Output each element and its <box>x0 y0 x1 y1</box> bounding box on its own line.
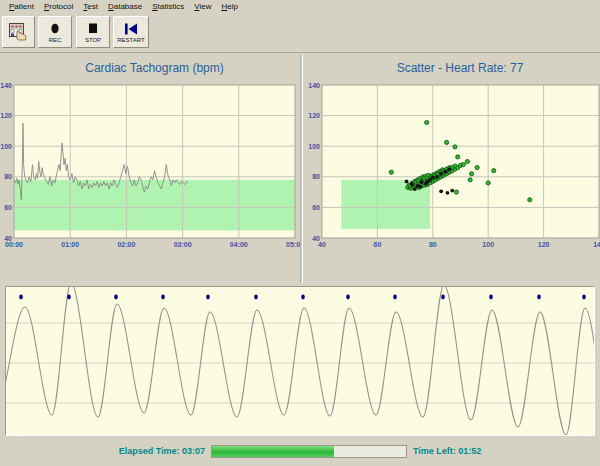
elapsed-time-label: Elapsed Time: 03:07 <box>119 446 205 456</box>
menu-item-statistics[interactable]: Statistics <box>147 2 189 11</box>
time-left-label: Time Left: 01:52 <box>413 446 481 456</box>
menu-item-patient[interactable]: Patient <box>4 2 39 11</box>
scatter-chart: 406080100120140406080100120140 <box>302 55 600 283</box>
svg-text:100: 100 <box>482 241 494 248</box>
charts-row: Cardiac Tachogram (bpm) 00:0001:0002:000… <box>0 55 600 283</box>
app-window: PatientProtocolTestDatabaseStatisticsVie… <box>0 0 600 466</box>
waveform-chart <box>6 287 594 435</box>
beat-marker-dot <box>393 295 397 300</box>
svg-text:120: 120 <box>538 241 550 248</box>
beat-marker-dot <box>489 295 493 300</box>
svg-text:80: 80 <box>429 241 437 248</box>
tachogram-chart: 00:0001:0002:0003:0004:0005:004060801001… <box>0 55 300 283</box>
beat-marker-dot <box>301 295 305 300</box>
stop-icon <box>87 21 99 37</box>
svg-text:60: 60 <box>4 204 12 211</box>
svg-text:02:00: 02:00 <box>117 241 135 248</box>
beat-marker-dot <box>67 295 71 300</box>
svg-text:120: 120 <box>0 112 12 119</box>
keypad-hand-icon <box>9 24 29 40</box>
beat-marker-dot <box>346 295 350 300</box>
svg-text:05:00: 05:00 <box>286 241 300 248</box>
menu-item-protocol[interactable]: Protocol <box>39 2 78 11</box>
menu-bar: PatientProtocolTestDatabaseStatisticsVie… <box>0 0 600 13</box>
manual-entry-button[interactable] <box>2 16 35 48</box>
status-bar: Elapsed Time: 03:07 Time Left: 01:52 <box>0 441 600 461</box>
svg-text:60: 60 <box>374 241 382 248</box>
restart-button[interactable]: RESTART <box>113 16 149 48</box>
beat-marker-dot <box>114 295 118 300</box>
beat-marker-dot <box>441 295 445 300</box>
beat-marker-dot <box>254 295 258 300</box>
menu-item-help[interactable]: Help <box>216 2 242 11</box>
menu-item-test[interactable]: Test <box>78 2 103 11</box>
rec-label: REC <box>49 37 62 44</box>
restart-label: RESTART <box>117 37 144 44</box>
record-icon <box>49 21 61 37</box>
beat-marker-dot <box>582 295 586 300</box>
rec-button[interactable]: REC <box>38 16 72 48</box>
svg-text:40: 40 <box>4 235 12 242</box>
svg-text:100: 100 <box>308 143 320 150</box>
beat-marker-dot <box>19 295 23 300</box>
svg-text:80: 80 <box>312 173 320 180</box>
svg-text:40: 40 <box>312 235 320 242</box>
beat-marker-dot <box>161 295 165 300</box>
svg-text:100: 100 <box>0 143 12 150</box>
progress-fill <box>212 446 334 457</box>
waveform-panel <box>5 286 595 436</box>
beat-marker-dot <box>206 295 210 300</box>
menu-item-view[interactable]: View <box>189 2 216 11</box>
svg-text:00:00: 00:00 <box>5 241 23 248</box>
svg-text:40: 40 <box>318 241 326 248</box>
svg-text:04:00: 04:00 <box>230 241 248 248</box>
beat-marker-dot <box>537 295 541 300</box>
svg-text:120: 120 <box>308 112 320 119</box>
svg-text:140: 140 <box>308 82 320 89</box>
restart-icon <box>123 21 139 37</box>
menu-item-database[interactable]: Database <box>103 2 147 11</box>
svg-text:60: 60 <box>312 204 320 211</box>
stop-label: STOP <box>85 37 101 44</box>
stop-button[interactable]: STOP <box>76 16 110 48</box>
session-progress-bar <box>211 445 407 458</box>
svg-text:80: 80 <box>4 173 12 180</box>
svg-text:140: 140 <box>593 241 600 248</box>
svg-text:140: 140 <box>0 82 12 89</box>
svg-text:03:00: 03:00 <box>174 241 192 248</box>
svg-text:01:00: 01:00 <box>61 241 79 248</box>
toolbar: REC STOP RESTART <box>0 13 600 53</box>
